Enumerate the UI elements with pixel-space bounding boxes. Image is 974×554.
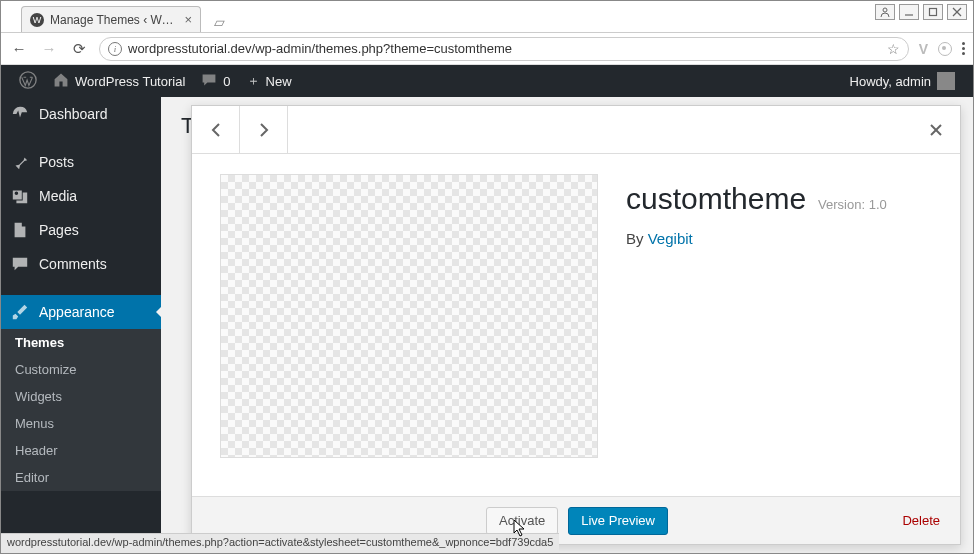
- submenu-widgets[interactable]: Widgets: [1, 383, 161, 410]
- submenu-menus[interactable]: Menus: [1, 410, 161, 437]
- my-account-menu[interactable]: Howdy, admin: [842, 65, 963, 97]
- menu-label: Dashboard: [39, 106, 108, 122]
- menu-posts[interactable]: Posts: [1, 145, 161, 179]
- minimize-button[interactable]: [899, 4, 919, 20]
- menu-dashboard[interactable]: Dashboard: [1, 97, 161, 131]
- menu-label: Pages: [39, 222, 79, 238]
- avatar-icon: [937, 72, 955, 90]
- admin-sidebar: Dashboard Posts Media Pages Comments App…: [1, 97, 161, 553]
- author-link[interactable]: Vegibit: [648, 230, 693, 247]
- submenu-themes[interactable]: Themes: [1, 329, 161, 356]
- menu-media[interactable]: Media: [1, 179, 161, 213]
- page-icon: [11, 221, 29, 239]
- theme-author: By Vegibit: [626, 230, 932, 247]
- modal-close-button[interactable]: [912, 106, 960, 154]
- tab-title: Manage Themes ‹ WordP: [50, 13, 178, 27]
- browser-menu-button[interactable]: [962, 42, 965, 55]
- menu-comments[interactable]: Comments: [1, 247, 161, 281]
- submenu-customize[interactable]: Customize: [1, 356, 161, 383]
- address-bar[interactable]: i wordpresstutorial.dev/wp-admin/themes.…: [99, 37, 909, 61]
- howdy-text: Howdy, admin: [850, 74, 931, 89]
- new-content-menu[interactable]: ＋ New: [239, 65, 300, 97]
- wordpress-favicon-icon: W: [30, 13, 44, 27]
- menu-label: Appearance: [39, 304, 115, 320]
- menu-label: Posts: [39, 154, 74, 170]
- svg-rect-2: [930, 9, 937, 16]
- theme-screenshot: [220, 174, 598, 458]
- appearance-submenu: Themes Customize Widgets Menus Header Ed…: [1, 329, 161, 491]
- plus-icon: ＋: [247, 72, 260, 90]
- menu-label: Media: [39, 188, 77, 204]
- wordpress-logo-icon: [19, 71, 37, 92]
- forward-button[interactable]: →: [39, 39, 59, 59]
- new-label: New: [266, 74, 292, 89]
- extension-v-icon[interactable]: V: [919, 41, 928, 57]
- wp-logo-menu[interactable]: [11, 65, 45, 97]
- site-name-menu[interactable]: WordPress Tutorial: [45, 65, 193, 97]
- comments-menu[interactable]: 0: [193, 65, 238, 97]
- menu-appearance[interactable]: Appearance: [1, 295, 161, 329]
- browser-status-bar: wordpresstutorial.dev/wp-admin/themes.ph…: [1, 533, 559, 553]
- media-icon: [11, 187, 29, 205]
- extension-target-icon[interactable]: [938, 42, 952, 56]
- submenu-editor[interactable]: Editor: [1, 464, 161, 491]
- user-icon[interactable]: [875, 4, 895, 20]
- delete-theme-link[interactable]: Delete: [902, 513, 940, 528]
- theme-details-modal: customtheme Version: 1.0 By Vegibit Acti…: [191, 105, 961, 545]
- home-icon: [53, 72, 69, 91]
- brush-icon: [11, 303, 29, 321]
- pin-icon: [11, 153, 29, 171]
- author-prefix: By: [626, 230, 648, 247]
- prev-theme-button[interactable]: [192, 106, 240, 154]
- menu-label: Comments: [39, 256, 107, 272]
- url-text: wordpresstutorial.dev/wp-admin/themes.ph…: [128, 41, 881, 56]
- dashboard-icon: [11, 105, 29, 123]
- menu-pages[interactable]: Pages: [1, 213, 161, 247]
- svg-point-0: [883, 8, 887, 12]
- submenu-header[interactable]: Header: [1, 437, 161, 464]
- new-tab-button[interactable]: ▱: [209, 12, 229, 32]
- browser-tab[interactable]: W Manage Themes ‹ WordP ×: [21, 6, 201, 32]
- maximize-button[interactable]: [923, 4, 943, 20]
- window-close-button[interactable]: [947, 4, 967, 20]
- site-info-icon[interactable]: i: [108, 42, 122, 56]
- live-preview-button[interactable]: Live Preview: [568, 507, 668, 535]
- comment-icon: [11, 255, 29, 273]
- bookmark-star-icon[interactable]: ☆: [887, 41, 900, 57]
- comments-count: 0: [223, 74, 230, 89]
- reload-button[interactable]: ⟳: [69, 39, 89, 59]
- theme-version: Version: 1.0: [818, 197, 887, 212]
- next-theme-button[interactable]: [240, 106, 288, 154]
- activate-button[interactable]: Activate: [486, 507, 558, 535]
- theme-name: customtheme: [626, 182, 806, 216]
- tab-close-icon[interactable]: ×: [184, 12, 192, 27]
- comment-icon: [201, 72, 217, 91]
- site-name-label: WordPress Tutorial: [75, 74, 185, 89]
- back-button[interactable]: ←: [9, 39, 29, 59]
